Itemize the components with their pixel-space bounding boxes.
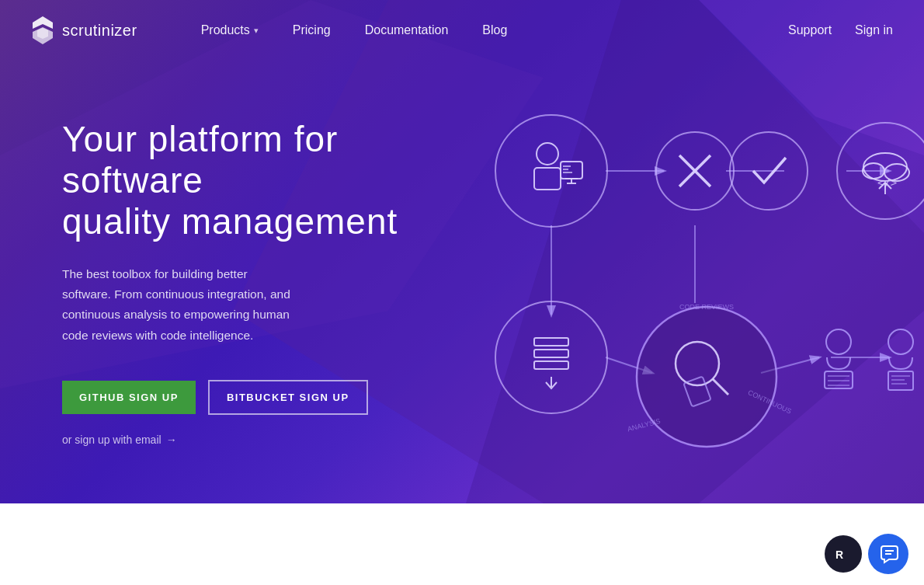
hero-subtitle: The best toolbox for building better sof… bbox=[62, 264, 326, 346]
svg-rect-34 bbox=[534, 338, 568, 346]
hero-section: scrutinizer Products ▾ Pricing Documenta… bbox=[0, 0, 924, 503]
logo-icon bbox=[31, 16, 54, 44]
hero-content: Your platform for softwarequality manage… bbox=[62, 78, 435, 446]
svg-text:ANALYSIS: ANALYSIS bbox=[627, 417, 661, 434]
nav-pricing[interactable]: Pricing bbox=[276, 23, 348, 37]
nav-links: Products ▾ Pricing Documentation Blog bbox=[184, 23, 788, 37]
nav-products[interactable]: Products ▾ bbox=[184, 23, 276, 37]
nav-blog[interactable]: Blog bbox=[465, 23, 524, 37]
nav-right-links: Support Sign in bbox=[788, 23, 893, 37]
revain-widget: R bbox=[825, 534, 908, 574]
svg-rect-15 bbox=[534, 168, 561, 190]
hero-buttons: GITHUB SIGN UP BITBUCKET SIGN UP bbox=[62, 380, 435, 415]
svg-rect-35 bbox=[534, 350, 568, 357]
nav-documentation[interactable]: Documentation bbox=[348, 23, 466, 37]
logo-text: scrutinizer bbox=[62, 22, 137, 40]
hero-title: Your platform for softwarequality manage… bbox=[62, 78, 435, 242]
svg-point-13 bbox=[495, 115, 607, 227]
chat-icon bbox=[878, 544, 898, 564]
email-signup-link[interactable]: or sign up with email → bbox=[62, 434, 435, 446]
diagram-svg: </> CODE REVIEWS CONTINUOUS ANALYSIS bbox=[396, 70, 924, 474]
svg-rect-36 bbox=[534, 361, 568, 369]
logo-link[interactable]: scrutinizer bbox=[31, 16, 137, 44]
svg-rect-51 bbox=[888, 371, 913, 390]
nav-support[interactable]: Support bbox=[788, 23, 832, 37]
white-section: R bbox=[0, 503, 924, 585]
bitbucket-signup-button[interactable]: BITBUCKET SIGN UP bbox=[208, 380, 368, 415]
revain-chat-button[interactable] bbox=[868, 534, 908, 574]
svg-text:R: R bbox=[835, 548, 843, 561]
revain-icon-svg: R bbox=[832, 543, 854, 565]
github-signup-button[interactable]: GITHUB SIGN UP bbox=[62, 381, 196, 414]
svg-rect-16 bbox=[561, 162, 582, 179]
svg-point-14 bbox=[537, 143, 558, 165]
svg-point-38 bbox=[637, 307, 776, 447]
svg-text:</>: </> bbox=[877, 176, 897, 189]
svg-point-45 bbox=[826, 329, 851, 354]
navbar: scrutinizer Products ▾ Pricing Documenta… bbox=[0, 0, 924, 61]
revain-logo-icon: R bbox=[825, 535, 862, 573]
nav-signin[interactable]: Sign in bbox=[855, 23, 893, 37]
svg-point-50 bbox=[888, 329, 913, 354]
products-chevron-icon: ▾ bbox=[254, 26, 259, 36]
svg-text:CODE REVIEWS: CODE REVIEWS bbox=[679, 303, 734, 311]
hero-diagram: </> CODE REVIEWS CONTINUOUS ANALYSIS bbox=[396, 70, 924, 474]
